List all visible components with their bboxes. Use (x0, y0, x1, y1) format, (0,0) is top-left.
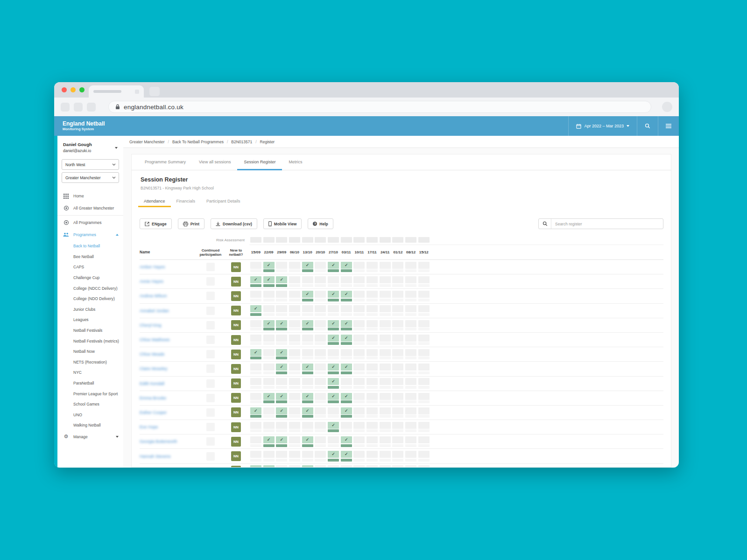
attendance-cell-absent[interactable] (315, 291, 326, 301)
attendance-cell-absent[interactable] (302, 451, 313, 462)
attendance-cell-absent[interactable] (315, 305, 326, 316)
window-controls[interactable] (62, 87, 85, 92)
attendance-cell-present[interactable]: ✓ (341, 407, 352, 418)
attendance-cell-absent[interactable] (380, 262, 391, 273)
attendance-cell-present[interactable]: ✓ (263, 465, 275, 468)
attendance-cell-absent[interactable] (353, 335, 365, 345)
attendance-cell-absent[interactable] (405, 407, 416, 418)
subtab-financials[interactable]: Financials (171, 196, 201, 207)
subtab-participant-details[interactable]: Participant Details (201, 196, 246, 207)
attendance-cell-absent[interactable] (315, 335, 326, 345)
attendance-cell-absent[interactable] (250, 364, 261, 374)
attendance-cell-absent[interactable] (392, 364, 403, 374)
participant-name-link[interactable]: Cheryl King (140, 323, 198, 328)
attendance-cell-absent[interactable] (392, 407, 403, 418)
risk-assessment-cell[interactable] (263, 237, 275, 243)
attendance-cell-absent[interactable] (392, 436, 403, 447)
attendance-cell-absent[interactable] (392, 451, 403, 462)
attendance-cell-absent[interactable] (315, 276, 326, 287)
participant-name-link[interactable]: Amber Hayes (140, 265, 198, 269)
continued-participation-box[interactable] (206, 336, 215, 344)
attendance-cell-present[interactable]: ✓ (328, 364, 339, 374)
attendance-cell-absent[interactable] (302, 349, 313, 360)
attendance-cell-absent[interactable] (380, 378, 391, 389)
continued-participation-box[interactable] (206, 292, 215, 300)
attendance-cell-present[interactable]: ✓ (276, 407, 287, 418)
breadcrumb-item[interactable]: Register (260, 140, 275, 144)
attendance-cell-absent[interactable] (380, 320, 391, 331)
participant-name-link[interactable]: Chloe Meade (140, 352, 198, 357)
print-button[interactable]: Print (178, 218, 204, 229)
attendance-cell-absent[interactable] (392, 335, 403, 345)
attendance-cell-absent[interactable] (289, 291, 300, 301)
attendance-cell-absent[interactable] (341, 349, 352, 360)
attendance-cell-absent[interactable] (315, 465, 326, 468)
attendance-cell-present[interactable]: ✓ (276, 436, 287, 447)
attendance-cell-absent[interactable] (380, 422, 391, 433)
attendance-cell-absent[interactable] (392, 276, 403, 287)
sidebar-subitem-netball-now[interactable]: Netball Now (57, 346, 123, 357)
attendance-cell-absent[interactable] (250, 393, 261, 404)
attendance-cell-absent[interactable] (276, 291, 287, 301)
attendance-cell-absent[interactable] (263, 305, 275, 316)
risk-assessment-cell[interactable] (380, 237, 391, 243)
attendance-cell-absent[interactable] (405, 276, 416, 287)
region-select[interactable]: North West (62, 159, 119, 170)
attendance-cell-absent[interactable] (353, 465, 365, 468)
attendance-cell-absent[interactable] (353, 349, 365, 360)
user-menu[interactable]: Daniel Gough daniel@azuki.io (57, 142, 123, 153)
attendance-cell-absent[interactable] (276, 262, 287, 273)
attendance-cell-absent[interactable] (380, 349, 391, 360)
header-search-button[interactable] (637, 116, 658, 136)
attendance-cell-present[interactable]: ✓ (276, 320, 287, 331)
attendance-cell-absent[interactable] (263, 291, 275, 301)
attendance-cell-absent[interactable] (418, 276, 430, 287)
attendance-cell-absent[interactable] (380, 335, 391, 345)
participant-name-link[interactable]: Emma Brooke (140, 396, 198, 400)
attendance-cell-absent[interactable] (380, 364, 391, 374)
risk-assessment-cell[interactable] (392, 237, 403, 243)
attendance-cell-absent[interactable] (328, 305, 339, 316)
participant-name-link[interactable]: Eve Hope (140, 425, 198, 429)
back-button[interactable] (61, 103, 70, 112)
attendance-cell-present[interactable]: ✓ (341, 291, 352, 301)
attendance-cell-absent[interactable] (392, 320, 403, 331)
attendance-cell-absent[interactable] (405, 465, 416, 468)
continued-participation-box[interactable] (206, 408, 215, 417)
sidebar-subitem-premier-league-for-sport[interactable]: Premier League for Sport (57, 388, 123, 399)
attendance-cell-absent[interactable] (366, 422, 378, 433)
attendance-cell-absent[interactable] (392, 465, 403, 468)
attendance-cell-absent[interactable] (276, 451, 287, 462)
attendance-cell-absent[interactable] (405, 291, 416, 301)
attendance-cell-absent[interactable] (380, 305, 391, 316)
attendance-cell-absent[interactable] (353, 364, 365, 374)
continued-participation-box[interactable] (206, 321, 215, 329)
attendance-cell-absent[interactable] (366, 393, 378, 404)
attendance-cell-absent[interactable] (418, 422, 430, 433)
attendance-cell-absent[interactable] (276, 305, 287, 316)
sidebar-subitem-college-ndcc-delivery-[interactable]: College (NDCC Delivery) (57, 283, 123, 294)
attendance-cell-absent[interactable] (328, 407, 339, 418)
participant-name-link[interactable]: Esther Cooper (140, 410, 198, 415)
sidebar-subitem-netball-festivals-metrics-[interactable]: Netball Festivals (metrics) (57, 336, 123, 346)
attendance-cell-absent[interactable] (405, 349, 416, 360)
attendance-cell-present[interactable]: ✓ (263, 320, 275, 331)
attendance-cell-absent[interactable] (250, 378, 261, 389)
breadcrumb-item[interactable]: B2N013571 (231, 140, 252, 144)
browser-profile-button[interactable] (662, 102, 672, 112)
attendance-cell-absent[interactable] (405, 436, 416, 447)
risk-assessment-cell[interactable] (302, 237, 313, 243)
attendance-cell-present[interactable]: ✓ (328, 393, 339, 404)
attendance-cell-absent[interactable] (250, 422, 261, 433)
attendance-cell-absent[interactable] (353, 291, 365, 301)
attendance-cell-present[interactable]: ✓ (328, 378, 339, 389)
attendance-cell-absent[interactable] (353, 378, 365, 389)
download-csv-button[interactable]: Download (csv) (211, 218, 257, 229)
continued-participation-box[interactable] (206, 364, 215, 373)
attendance-cell-present[interactable]: ✓ (276, 393, 287, 404)
attendance-cell-absent[interactable] (302, 276, 313, 287)
attendance-cell-absent[interactable] (418, 349, 430, 360)
attendance-cell-present[interactable]: ✓ (276, 349, 287, 360)
subtab-attendance[interactable]: Attendance (138, 196, 171, 207)
attendance-cell-absent[interactable] (289, 378, 300, 389)
